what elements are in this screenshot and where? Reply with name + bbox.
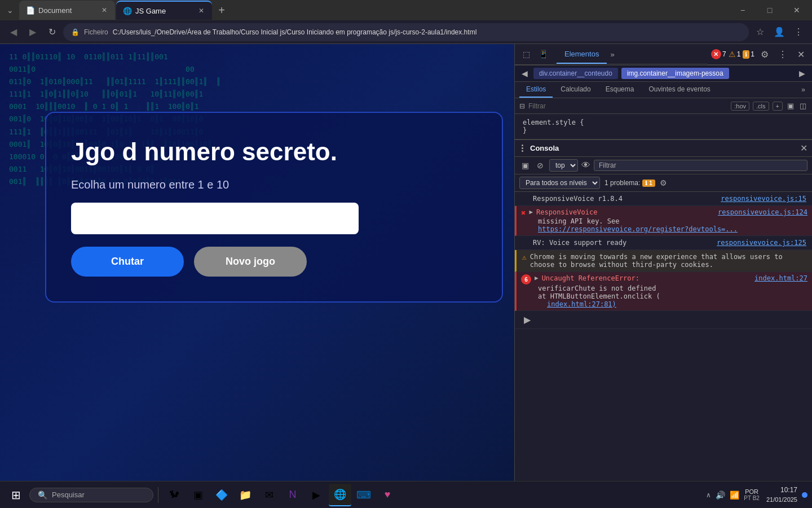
url-bar[interactable]: 🔒 Ficheiro C:/Users/luis_/OneDrive/Área … xyxy=(63,23,749,41)
tab-elementos[interactable]: Elementos xyxy=(557,45,607,64)
breadcrumb-item-2[interactable]: img.container__imagem-pessoa xyxy=(621,68,729,79)
search-placeholder-text: Pesquisar xyxy=(52,491,85,499)
taskbar-search[interactable]: 🔍 Pesquisar xyxy=(29,488,153,502)
filter-input[interactable] xyxy=(528,102,727,110)
filter-color-btn[interactable]: ◫ xyxy=(798,100,807,111)
msg-2-expand-icon[interactable]: ▶ xyxy=(529,208,533,216)
msg-2-link[interactable]: responsivevoice.js:124 xyxy=(718,208,807,216)
filter-layout-btn[interactable]: ▣ xyxy=(786,100,795,111)
console-layout-btn[interactable]: ▣ xyxy=(519,160,531,171)
menu-button[interactable]: ⋮ xyxy=(791,24,806,40)
number-input[interactable] xyxy=(71,203,359,234)
msg-5-count-badge: 6 xyxy=(521,274,531,284)
console-top-select[interactable]: top xyxy=(549,159,578,172)
console-filter-text: Filtrar xyxy=(594,160,807,171)
msg-3-link[interactable]: responsivevoice.js:125 xyxy=(717,239,806,247)
search-icon: 🔍 xyxy=(38,491,47,500)
style-tab-esquema[interactable]: Esquema xyxy=(599,82,641,98)
console-eye-btn[interactable]: 👁 xyxy=(581,160,590,170)
console-title: Consola xyxy=(530,144,796,152)
systray-volume[interactable]: 🔊 xyxy=(716,491,725,500)
msg-5-link[interactable]: index.html:27 xyxy=(754,274,807,282)
breadcrumb-forward[interactable]: ▶ xyxy=(797,68,807,79)
console-gear-btn[interactable]: ⚙ xyxy=(660,178,667,187)
add-tab-button[interactable]: + xyxy=(213,2,230,19)
taskbar: ⊞ 🔍 Pesquisar 🐿 ▣ 🔷 📁 ✉ N ▶ 🌐 ⌨ ♥ ∧ 🔊 📶 … xyxy=(0,481,812,508)
start-button[interactable]: ⊞ xyxy=(5,484,27,506)
msg-3-text: RV: Voice support ready xyxy=(533,239,626,247)
tab-list-btn[interactable]: ⌄ xyxy=(2,2,18,18)
taskbar-app-mail[interactable]: ✉ xyxy=(258,484,280,506)
taskbar-app-edge[interactable]: 🔷 xyxy=(210,484,233,506)
systray-network[interactable]: 📶 xyxy=(730,491,739,500)
forward-button[interactable]: ▶ xyxy=(25,24,41,40)
msg-5-sub2: at HTMLButtonElement.onclick ( xyxy=(521,292,807,300)
msg-1-link[interactable]: responsivevoice.js:15 xyxy=(721,195,806,203)
tab-jsgame-close[interactable]: ✕ xyxy=(197,6,205,16)
style-tab-more[interactable]: » xyxy=(799,84,807,96)
novo-jogo-button[interactable]: Novo jogo xyxy=(194,247,307,277)
console-msg-4: ⚠ Chrome is moving towards a new experie… xyxy=(515,250,812,272)
devtools-tab-bar-icons: ⬚ 📱 xyxy=(515,44,554,65)
console-close-btn[interactable]: ✕ xyxy=(800,143,807,154)
taskbar-clock[interactable]: 10:17 21/01/2025 xyxy=(764,485,800,505)
reload-button[interactable]: ↻ xyxy=(44,24,60,40)
taskbar-app-youtube[interactable]: ▶ xyxy=(305,484,328,506)
taskbar-app-chrome[interactable]: 🌐 xyxy=(329,484,351,506)
breadcrumb-item-1[interactable]: div.container__conteudo xyxy=(533,68,618,79)
bookmark-button[interactable]: ☆ xyxy=(752,24,768,40)
close-button[interactable]: ✕ xyxy=(784,0,810,20)
maximize-button[interactable]: □ xyxy=(757,0,783,20)
devtools-close-btn[interactable]: ✕ xyxy=(793,46,809,62)
taskbar-notification-dot[interactable] xyxy=(802,492,807,498)
filter-cls-badge[interactable]: .cls xyxy=(753,102,769,111)
systray-chevron[interactable]: ∧ xyxy=(706,491,711,499)
tab-jsgame[interactable]: 🌐 JS Game ✕ xyxy=(116,1,212,20)
console-header: Consola ✕ xyxy=(515,139,812,157)
chutar-button[interactable]: Chutar xyxy=(71,247,184,277)
tab-document-label: Document xyxy=(38,6,72,15)
console-dots-icon[interactable] xyxy=(519,142,526,154)
game-area: 11 0║║01110║ 10 0110║║011 1║11║║001 0011… xyxy=(0,44,514,481)
taskbar-app-heart[interactable]: ♥ xyxy=(376,484,399,506)
msg-5-text: Uncaught ReferenceError: xyxy=(542,274,639,282)
taskbar-app-squirrel[interactable]: 🐿 xyxy=(163,484,186,506)
devtools-inspect-btn[interactable]: ⬚ xyxy=(518,46,534,62)
console-expand-row: ▶ xyxy=(515,311,812,329)
back-button[interactable]: ◀ xyxy=(6,24,21,40)
style-tab-estilos[interactable]: Estilos xyxy=(519,82,553,98)
taskbar-app-onenote[interactable]: N xyxy=(281,484,304,506)
style-tab-ouvintes[interactable]: Ouvintes de eventos xyxy=(642,82,717,98)
breadcrumb-back[interactable]: ◀ xyxy=(519,68,530,79)
taskbar-app-vscode[interactable]: ⌨ xyxy=(352,484,375,506)
msg-5-link2[interactable]: index.html:27:81) xyxy=(521,300,807,308)
devtools-device-btn[interactable]: 📱 xyxy=(535,46,551,62)
devtools-more-btn[interactable]: ⋮ xyxy=(775,46,791,62)
msg-2-link2[interactable]: https://responsivevoice.org/register?dev… xyxy=(521,225,807,233)
filter-hov-badge[interactable]: :hov xyxy=(731,102,749,111)
taskbar-app-explorer[interactable]: 📁 xyxy=(234,484,257,506)
console-arrow-btn[interactable]: ▶ xyxy=(520,313,534,326)
msg-5-sub1: verificarChute is not defined xyxy=(521,284,807,292)
tab-document-close[interactable]: ✕ xyxy=(100,5,108,15)
filter-plus-badge[interactable]: + xyxy=(773,102,783,111)
console-msg-3: RV: Voice support ready responsivevoice.… xyxy=(515,236,812,250)
console-levels-select[interactable]: Para todos os níveis xyxy=(519,177,600,189)
error-badge: ✕ 7 xyxy=(711,49,726,59)
devtools-panel: ⬚ 📱 Elementos » ✕ 7 ⚠ xyxy=(514,44,812,481)
game-title: Jgo d numero secreto. xyxy=(71,138,477,166)
taskbar-sep xyxy=(158,487,158,503)
address-bar: ◀ ▶ ↻ 🔒 Ficheiro C:/Users/luis_/OneDrive… xyxy=(0,20,812,44)
devtools-settings-btn[interactable]: ⚙ xyxy=(757,46,773,62)
taskbar-app-taskview[interactable]: ▣ xyxy=(187,484,209,506)
tab-document[interactable]: 📄 Document ✕ xyxy=(19,1,115,20)
console-block-btn[interactable]: ⊘ xyxy=(535,160,546,171)
error-count-badge: ✕ xyxy=(711,49,721,59)
msg-5-expand-icon[interactable]: ▶ xyxy=(535,274,539,282)
minimize-button[interactable]: − xyxy=(730,0,756,20)
devtools-more-tabs[interactable]: » xyxy=(607,46,617,63)
browser-window: ⌄ 📄 Document ✕ 🌐 JS Game ✕ + − □ ✕ ◀ ▶ ↻… xyxy=(0,0,812,508)
breadcrumb-bar: ◀ div.container__conteudo img.container_… xyxy=(515,65,812,82)
style-tab-calculado[interactable]: Calculado xyxy=(554,82,597,98)
profile-button[interactable]: 👤 xyxy=(771,24,787,40)
